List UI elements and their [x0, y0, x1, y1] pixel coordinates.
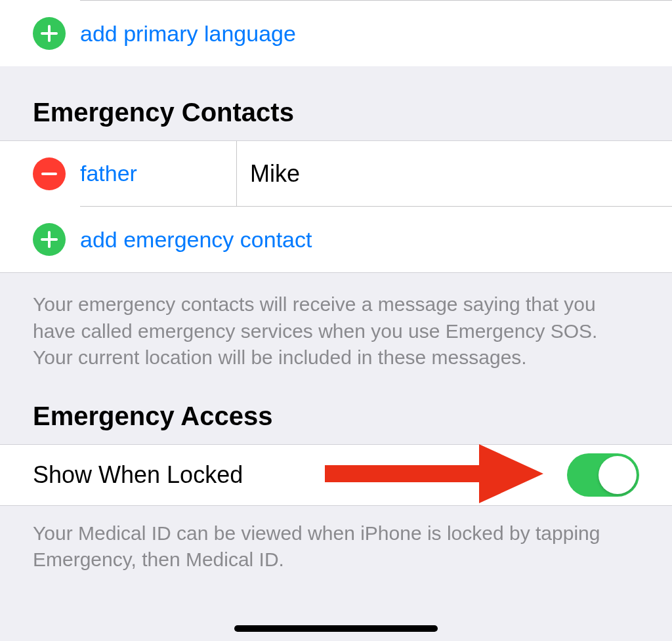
- emergency-access-header: Emergency Access: [0, 378, 672, 444]
- contact-name[interactable]: Mike: [250, 160, 300, 188]
- show-when-locked-label: Show When Locked: [33, 461, 243, 489]
- minus-icon[interactable]: [33, 157, 66, 190]
- svg-marker-1: [479, 444, 543, 503]
- arrow-annotation: [322, 442, 545, 508]
- emergency-contact-row[interactable]: father Mike: [0, 140, 672, 206]
- language-section: add primary language: [0, 0, 672, 66]
- show-when-locked-toggle[interactable]: [567, 453, 639, 497]
- contact-relation[interactable]: father: [80, 161, 137, 186]
- add-emergency-contact-row[interactable]: add emergency contact: [0, 207, 672, 272]
- add-emergency-contact-label: add emergency contact: [80, 227, 312, 253]
- show-when-locked-row: Show When Locked: [0, 444, 672, 506]
- emergency-contacts-header: Emergency Contacts: [0, 66, 672, 140]
- emergency-contacts-footer: Your emergency contacts will receive a m…: [0, 273, 672, 378]
- plus-icon: [33, 223, 66, 256]
- add-primary-language-label: add primary language: [80, 21, 296, 47]
- home-indicator: [234, 625, 438, 632]
- plus-icon: [33, 17, 66, 50]
- add-primary-language-row[interactable]: add primary language: [0, 1, 672, 66]
- emergency-access-footer: Your Medical ID can be viewed when iPhon…: [0, 506, 672, 580]
